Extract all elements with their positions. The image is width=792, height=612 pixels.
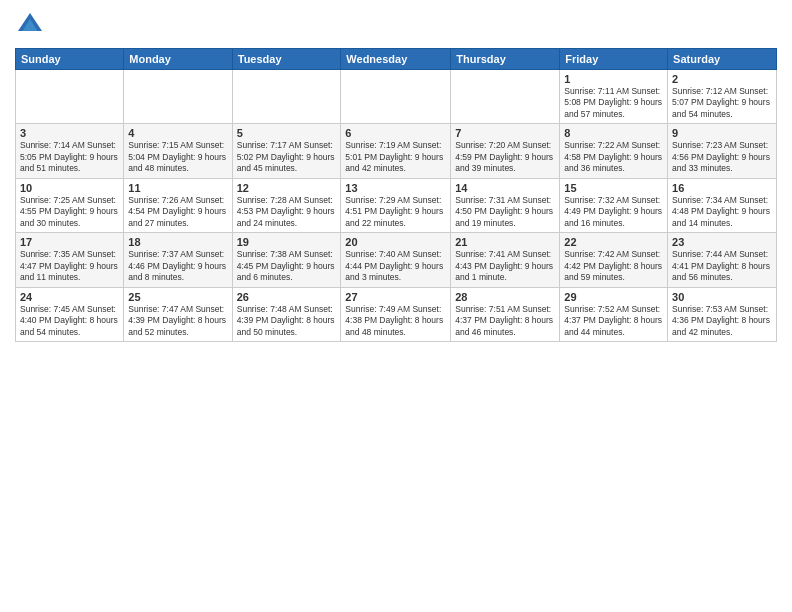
day-info: Sunrise: 7:42 AM Sunset: 4:42 PM Dayligh… (564, 249, 663, 283)
day-cell: 23Sunrise: 7:44 AM Sunset: 4:41 PM Dayli… (668, 233, 777, 287)
day-info: Sunrise: 7:52 AM Sunset: 4:37 PM Dayligh… (564, 304, 663, 338)
day-number: 2 (672, 73, 772, 85)
day-info: Sunrise: 7:34 AM Sunset: 4:48 PM Dayligh… (672, 195, 772, 229)
day-info: Sunrise: 7:35 AM Sunset: 4:47 PM Dayligh… (20, 249, 119, 283)
day-number: 21 (455, 236, 555, 248)
day-number: 18 (128, 236, 227, 248)
day-number: 19 (237, 236, 337, 248)
day-info: Sunrise: 7:48 AM Sunset: 4:39 PM Dayligh… (237, 304, 337, 338)
day-info: Sunrise: 7:12 AM Sunset: 5:07 PM Dayligh… (672, 86, 772, 120)
day-cell (232, 70, 341, 124)
day-cell (341, 70, 451, 124)
day-info: Sunrise: 7:53 AM Sunset: 4:36 PM Dayligh… (672, 304, 772, 338)
header-row: SundayMondayTuesdayWednesdayThursdayFrid… (16, 49, 777, 70)
day-number: 29 (564, 291, 663, 303)
day-cell (451, 70, 560, 124)
header (15, 10, 777, 40)
day-number: 4 (128, 127, 227, 139)
day-number: 8 (564, 127, 663, 139)
day-info: Sunrise: 7:31 AM Sunset: 4:50 PM Dayligh… (455, 195, 555, 229)
day-info: Sunrise: 7:23 AM Sunset: 4:56 PM Dayligh… (672, 140, 772, 174)
day-number: 12 (237, 182, 337, 194)
week-row-2: 10Sunrise: 7:25 AM Sunset: 4:55 PM Dayli… (16, 178, 777, 232)
page: SundayMondayTuesdayWednesdayThursdayFrid… (0, 0, 792, 612)
day-cell: 29Sunrise: 7:52 AM Sunset: 4:37 PM Dayli… (560, 287, 668, 341)
day-header-tuesday: Tuesday (232, 49, 341, 70)
day-cell: 19Sunrise: 7:38 AM Sunset: 4:45 PM Dayli… (232, 233, 341, 287)
day-cell: 25Sunrise: 7:47 AM Sunset: 4:39 PM Dayli… (124, 287, 232, 341)
day-info: Sunrise: 7:41 AM Sunset: 4:43 PM Dayligh… (455, 249, 555, 283)
day-cell: 11Sunrise: 7:26 AM Sunset: 4:54 PM Dayli… (124, 178, 232, 232)
day-number: 28 (455, 291, 555, 303)
day-info: Sunrise: 7:40 AM Sunset: 4:44 PM Dayligh… (345, 249, 446, 283)
day-number: 11 (128, 182, 227, 194)
day-number: 13 (345, 182, 446, 194)
day-number: 25 (128, 291, 227, 303)
week-row-1: 3Sunrise: 7:14 AM Sunset: 5:05 PM Daylig… (16, 124, 777, 178)
day-info: Sunrise: 7:47 AM Sunset: 4:39 PM Dayligh… (128, 304, 227, 338)
day-number: 16 (672, 182, 772, 194)
day-cell: 10Sunrise: 7:25 AM Sunset: 4:55 PM Dayli… (16, 178, 124, 232)
day-info: Sunrise: 7:32 AM Sunset: 4:49 PM Dayligh… (564, 195, 663, 229)
day-cell: 21Sunrise: 7:41 AM Sunset: 4:43 PM Dayli… (451, 233, 560, 287)
day-cell: 22Sunrise: 7:42 AM Sunset: 4:42 PM Dayli… (560, 233, 668, 287)
day-info: Sunrise: 7:38 AM Sunset: 4:45 PM Dayligh… (237, 249, 337, 283)
day-number: 5 (237, 127, 337, 139)
day-number: 24 (20, 291, 119, 303)
day-cell: 13Sunrise: 7:29 AM Sunset: 4:51 PM Dayli… (341, 178, 451, 232)
day-number: 22 (564, 236, 663, 248)
day-cell: 28Sunrise: 7:51 AM Sunset: 4:37 PM Dayli… (451, 287, 560, 341)
day-info: Sunrise: 7:29 AM Sunset: 4:51 PM Dayligh… (345, 195, 446, 229)
day-cell: 30Sunrise: 7:53 AM Sunset: 4:36 PM Dayli… (668, 287, 777, 341)
day-header-thursday: Thursday (451, 49, 560, 70)
week-row-3: 17Sunrise: 7:35 AM Sunset: 4:47 PM Dayli… (16, 233, 777, 287)
day-cell: 20Sunrise: 7:40 AM Sunset: 4:44 PM Dayli… (341, 233, 451, 287)
day-info: Sunrise: 7:45 AM Sunset: 4:40 PM Dayligh… (20, 304, 119, 338)
day-info: Sunrise: 7:51 AM Sunset: 4:37 PM Dayligh… (455, 304, 555, 338)
day-number: 27 (345, 291, 446, 303)
day-info: Sunrise: 7:37 AM Sunset: 4:46 PM Dayligh… (128, 249, 227, 283)
day-info: Sunrise: 7:22 AM Sunset: 4:58 PM Dayligh… (564, 140, 663, 174)
day-cell: 16Sunrise: 7:34 AM Sunset: 4:48 PM Dayli… (668, 178, 777, 232)
day-number: 26 (237, 291, 337, 303)
day-header-wednesday: Wednesday (341, 49, 451, 70)
day-cell: 15Sunrise: 7:32 AM Sunset: 4:49 PM Dayli… (560, 178, 668, 232)
day-cell: 12Sunrise: 7:28 AM Sunset: 4:53 PM Dayli… (232, 178, 341, 232)
day-header-monday: Monday (124, 49, 232, 70)
day-info: Sunrise: 7:20 AM Sunset: 4:59 PM Dayligh… (455, 140, 555, 174)
day-cell: 2Sunrise: 7:12 AM Sunset: 5:07 PM Daylig… (668, 70, 777, 124)
day-header-friday: Friday (560, 49, 668, 70)
day-info: Sunrise: 7:49 AM Sunset: 4:38 PM Dayligh… (345, 304, 446, 338)
day-cell: 18Sunrise: 7:37 AM Sunset: 4:46 PM Dayli… (124, 233, 232, 287)
day-cell: 5Sunrise: 7:17 AM Sunset: 5:02 PM Daylig… (232, 124, 341, 178)
day-cell: 17Sunrise: 7:35 AM Sunset: 4:47 PM Dayli… (16, 233, 124, 287)
day-info: Sunrise: 7:44 AM Sunset: 4:41 PM Dayligh… (672, 249, 772, 283)
logo-icon (15, 10, 45, 40)
day-info: Sunrise: 7:17 AM Sunset: 5:02 PM Dayligh… (237, 140, 337, 174)
day-cell: 9Sunrise: 7:23 AM Sunset: 4:56 PM Daylig… (668, 124, 777, 178)
day-info: Sunrise: 7:11 AM Sunset: 5:08 PM Dayligh… (564, 86, 663, 120)
day-cell: 8Sunrise: 7:22 AM Sunset: 4:58 PM Daylig… (560, 124, 668, 178)
day-info: Sunrise: 7:14 AM Sunset: 5:05 PM Dayligh… (20, 140, 119, 174)
day-cell: 3Sunrise: 7:14 AM Sunset: 5:05 PM Daylig… (16, 124, 124, 178)
day-cell: 14Sunrise: 7:31 AM Sunset: 4:50 PM Dayli… (451, 178, 560, 232)
day-number: 14 (455, 182, 555, 194)
day-number: 9 (672, 127, 772, 139)
week-row-4: 24Sunrise: 7:45 AM Sunset: 4:40 PM Dayli… (16, 287, 777, 341)
day-number: 20 (345, 236, 446, 248)
day-number: 23 (672, 236, 772, 248)
day-number: 10 (20, 182, 119, 194)
day-info: Sunrise: 7:25 AM Sunset: 4:55 PM Dayligh… (20, 195, 119, 229)
day-cell: 7Sunrise: 7:20 AM Sunset: 4:59 PM Daylig… (451, 124, 560, 178)
day-header-sunday: Sunday (16, 49, 124, 70)
day-cell: 4Sunrise: 7:15 AM Sunset: 5:04 PM Daylig… (124, 124, 232, 178)
day-number: 30 (672, 291, 772, 303)
logo (15, 10, 49, 40)
day-number: 3 (20, 127, 119, 139)
day-number: 17 (20, 236, 119, 248)
day-cell (16, 70, 124, 124)
day-info: Sunrise: 7:15 AM Sunset: 5:04 PM Dayligh… (128, 140, 227, 174)
day-number: 15 (564, 182, 663, 194)
day-number: 1 (564, 73, 663, 85)
day-cell: 6Sunrise: 7:19 AM Sunset: 5:01 PM Daylig… (341, 124, 451, 178)
